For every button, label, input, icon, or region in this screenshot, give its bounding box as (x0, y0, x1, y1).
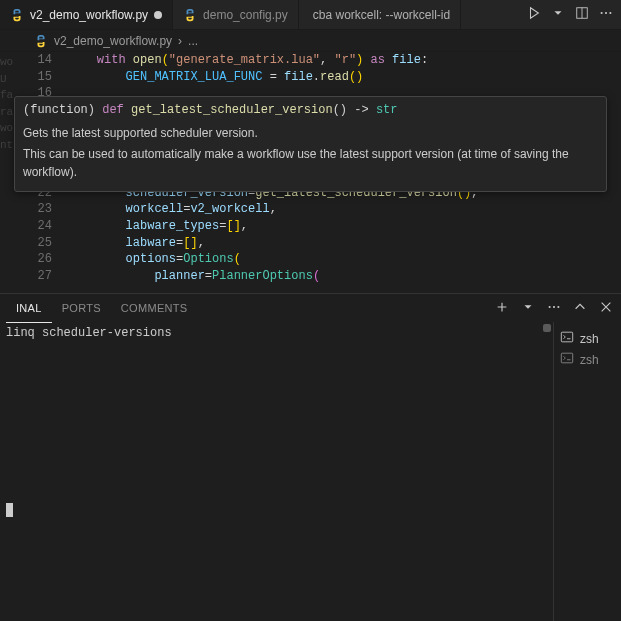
editor-tabbar: v2_demo_workflow.py demo_config.py cba w… (0, 0, 621, 30)
hover-doc-line-1: Gets the latest supported scheduler vers… (23, 125, 598, 142)
line-number: 26 (28, 251, 68, 268)
code-line[interactable]: 24 labware_types=[], (28, 218, 621, 235)
breadcrumb-file: v2_demo_workflow.py (54, 34, 172, 48)
terminal-icon (560, 330, 574, 347)
code-line[interactable]: 26 options=Options( (28, 251, 621, 268)
panel-tab-terminal[interactable]: INAL (6, 295, 52, 323)
new-terminal-button[interactable] (495, 300, 509, 316)
terminal-shell-label: zsh (580, 332, 599, 346)
code-content: labware_types=[], (68, 218, 248, 235)
code-content: workcell=v2_workcell, (68, 201, 277, 218)
left-strip-fragment: wo (0, 54, 26, 71)
line-number: 15 (28, 69, 68, 86)
line-number: 23 (28, 201, 68, 218)
code-line[interactable]: 23 workcell=v2_workcell, (28, 201, 621, 218)
svg-point-5 (549, 306, 551, 308)
panel-maximize-button[interactable] (573, 300, 587, 316)
editor-tab-run-config[interactable]: cba workcell: --workcell-id (299, 0, 461, 29)
terminal-prompt (6, 503, 15, 517)
panel-tab-ports[interactable]: PORTS (52, 294, 111, 322)
hover-signature: (function) def get_latest_scheduler_vers… (23, 103, 598, 117)
hover-popup: (function) def get_latest_scheduler_vers… (14, 96, 607, 192)
svg-point-6 (553, 306, 555, 308)
panel-tab-label: COMMENTS (121, 302, 188, 314)
cursor-icon (6, 503, 13, 517)
editor-tab-label: demo_config.py (203, 8, 288, 22)
python-file-icon (10, 8, 24, 22)
terminal-sidebar: zsh zsh (553, 322, 621, 621)
panel-tab-label: PORTS (62, 302, 101, 314)
svg-point-2 (601, 12, 603, 14)
terminal-shell-item-1[interactable]: zsh (560, 349, 615, 370)
editor-tab-label: cba workcell: --workcell-id (313, 8, 450, 22)
panel-more-button[interactable] (547, 300, 561, 316)
code-content: labware=[], (68, 235, 205, 252)
line-number: 25 (28, 235, 68, 252)
code-content: GEN_MATRIX_LUA_FUNC = file.read() (68, 69, 363, 86)
python-file-icon (183, 8, 197, 22)
editor-tab-0[interactable]: v2_demo_workflow.py (0, 0, 173, 29)
terminal-shell-item-0[interactable]: zsh (560, 328, 615, 349)
line-number: 24 (28, 218, 68, 235)
terminal-text: linq scheduler-versions (6, 326, 172, 340)
svg-rect-8 (561, 332, 572, 342)
code-content: with open("generate_matrix.lua", "r") as… (68, 52, 428, 69)
run-button[interactable] (527, 6, 541, 23)
scrollbar-thumb[interactable] (543, 324, 551, 332)
split-editor-button[interactable] (575, 6, 589, 23)
code-line[interactable]: 25 labware=[], (28, 235, 621, 252)
left-strip-fragment: U (0, 71, 26, 88)
breadcrumb-tail: ... (188, 34, 198, 48)
editor-tab-label: v2_demo_workflow.py (30, 8, 148, 22)
editor-toolbar (527, 6, 621, 23)
panel-tab-label: INAL (16, 302, 42, 314)
editor-tab-1[interactable]: demo_config.py (173, 0, 299, 29)
code-line[interactable]: 27 planner=PlannerOptions( (28, 268, 621, 285)
terminal-line: linq scheduler-versions (6, 326, 547, 340)
terminal[interactable]: linq scheduler-versions (0, 322, 553, 621)
svg-point-7 (557, 306, 559, 308)
hover-doc-line-2: This can be used to automatically make a… (23, 146, 598, 181)
panel-close-button[interactable] (599, 300, 613, 316)
terminal-icon (560, 351, 574, 368)
breadcrumb-sep: › (178, 34, 182, 48)
breadcrumb[interactable]: v2_demo_workflow.py › ... (0, 30, 621, 52)
code-line[interactable]: 14 with open("generate_matrix.lua", "r")… (28, 52, 621, 69)
panel-tab-comments[interactable]: COMMENTS (111, 294, 198, 322)
terminal-scrollbar[interactable] (541, 322, 553, 621)
line-number: 14 (28, 52, 68, 69)
more-actions-button[interactable] (599, 6, 613, 23)
run-dropdown-button[interactable] (551, 6, 565, 23)
terminal-dropdown-button[interactable] (521, 300, 535, 316)
code-line[interactable]: 15 GEN_MATRIX_LUA_FUNC = file.read() (28, 69, 621, 86)
svg-point-4 (609, 12, 611, 14)
code-content: planner=PlannerOptions( (68, 268, 320, 285)
terminal-shell-label: zsh (580, 353, 599, 367)
panel-tabbar: INAL PORTS COMMENTS (0, 294, 621, 322)
modified-dot-icon (154, 11, 162, 19)
line-number: 27 (28, 268, 68, 285)
bottom-panel: INAL PORTS COMMENTS linq scheduler-versi… (0, 293, 621, 621)
code-content: options=Options( (68, 251, 241, 268)
python-file-icon (34, 34, 48, 48)
svg-rect-9 (561, 353, 572, 363)
svg-point-3 (605, 12, 607, 14)
